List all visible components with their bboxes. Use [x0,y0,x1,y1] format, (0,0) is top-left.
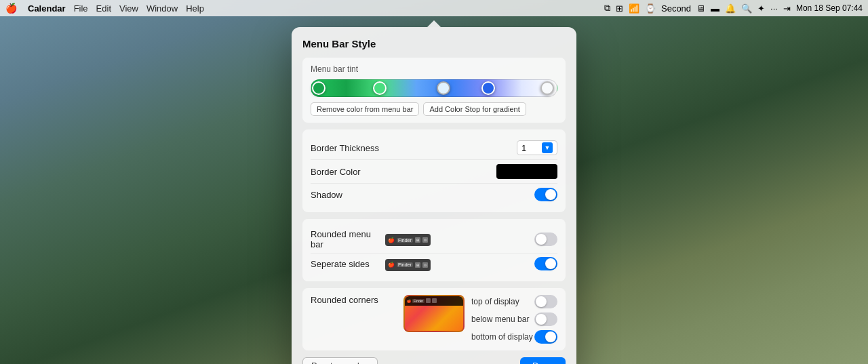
reset-menu-bar-button[interactable]: Reset menu bar [302,357,378,365]
color-stop-3[interactable] [437,81,450,95]
rounded-menubar-toggle-knob [536,234,547,245]
border-color-swatch[interactable] [496,164,557,179]
tint-section: Menu bar tint Remove color from menu bar… [302,58,566,123]
separate-sides-toggle-knob [545,258,556,269]
menubar-file[interactable]: File [74,3,88,14]
menubar-help[interactable]: Help [186,3,204,14]
done-button[interactable]: Done [520,357,566,364]
preview-apple-icon-2: 🍎 [388,262,395,268]
border-color-row: Border Color [311,160,557,184]
border-color-label: Border Color [311,167,496,177]
rounded-corners-section: Rounded corners 🍎 Finder top of display [302,288,566,350]
rounded-menubar-label: Rounded menu bar [311,229,385,249]
border-shadow-section: Border Thickness 1 ▼ Border Color Shadow [302,129,566,212]
bottom-of-display-label: bottom of display [471,332,534,342]
preview-finder-label-1: Finder [397,238,413,243]
dropbox-icon[interactable]: ✦ [757,3,765,14]
preview-apple-icon-1: 🍎 [388,237,395,243]
menubar-preview-2: 🍎 Finder ⊞ ⊙ [385,257,529,271]
top-of-display-label: top of display [471,297,534,306]
dialog-wrapper: Menu Bar Style Menu bar tint Remove colo… [292,20,576,364]
shadow-row: Shadow [311,184,557,205]
preview-icon-4: ⊙ [422,262,428,268]
display-preview: 🍎 Finder [403,295,465,332]
preview-bar-finder: Finder [412,299,425,303]
display-preview-bar: 🍎 Finder [405,296,463,306]
color-stop-2[interactable] [373,81,387,95]
border-thickness-label: Border Thickness [311,143,517,153]
grid-icon[interactable]: ⊞ [616,3,623,14]
border-thickness-value: 1 ▼ [517,140,557,155]
battery-icon[interactable]: ▬ [711,3,719,14]
airplay-icon[interactable]: ⧉ [604,3,610,14]
rounded-menubar-row: Rounded menu bar 🍎 Finder ⊞ ⊙ [311,226,557,254]
menubar-preview-1: 🍎 Finder ⊞ ⊙ [385,232,529,247]
menubar-window[interactable]: Window [146,3,178,14]
menubar-edit[interactable]: Edit [96,3,111,14]
below-menu-bar-knob [536,314,547,325]
below-menu-bar-toggle[interactable] [534,312,557,326]
apple-logo-icon[interactable]: 🍎 [5,3,17,14]
preview-icon-1: ⊞ [415,237,420,243]
preview-bar-icon1 [426,298,431,303]
preview-bar-apple: 🍎 [407,299,411,303]
top-of-display-knob [536,296,547,307]
shadow-label: Shadow [311,190,534,200]
border-thickness-row: Border Thickness 1 ▼ [311,136,557,160]
system-menubar: 🍎 Calendar File Edit View Window Help ⧉ … [0,0,868,16]
second-label: Second [661,3,691,14]
search-icon[interactable]: 🔍 [741,3,752,14]
notification-icon[interactable]: 🔔 [725,3,736,14]
gradient-bar-container [311,79,557,97]
bottom-of-display-toggle[interactable] [534,330,557,344]
menubar-app-name[interactable]: Calendar [28,3,66,14]
dialog-title: Menu Bar Style [302,38,566,49]
menubar-preview-box-2: 🍎 Finder ⊞ ⊙ [385,259,431,271]
dialog-notch [427,20,441,27]
clock: Mon 18 Sep 07:44 [796,3,863,13]
border-color-value [496,164,557,179]
top-of-display-toggle[interactable] [534,295,557,308]
separate-sides-row: Seperate sides 🍎 Finder ⊞ ⊙ [311,254,557,275]
controlcenter-icon[interactable]: ⇥ [783,3,791,14]
color-stop-5[interactable] [540,81,554,95]
rounded-menubar-section: Rounded menu bar 🍎 Finder ⊞ ⊙ Seperate s… [302,219,566,281]
bottom-of-display-knob [545,331,556,342]
menu-bar-style-dialog: Menu Bar Style Menu bar tint Remove colo… [292,27,576,364]
color-stop-1[interactable] [312,81,326,95]
top-of-display-row: top of display [471,295,557,308]
monitor-icon[interactable]: 🖥 [696,3,705,14]
tint-label: Menu bar tint [311,64,557,74]
wifi-icon[interactable]: 📶 [629,3,639,14]
border-thickness-number: 1 [521,143,526,153]
dialog-footer: Reset menu bar Done [302,357,566,365]
rounded-menubar-toggle[interactable] [534,232,557,246]
color-stop-4[interactable] [481,81,495,95]
preview-finder-label-2: Finder [397,262,413,267]
gradient-buttons: Remove color from menu bar Add Color Sto… [311,102,557,116]
preview-bar-icon2 [432,298,437,303]
menubar-view[interactable]: View [119,3,138,14]
below-menu-bar-label: below menu bar [471,315,534,324]
bottom-of-display-row: bottom of display [471,330,557,344]
shadow-toggle-knob [545,189,556,200]
preview-icon-2: ⊙ [422,237,428,243]
below-menu-bar-row: below menu bar [471,312,557,326]
gradient-bar[interactable] [311,79,557,97]
rounded-corners-label: Rounded corners [311,295,397,305]
more-icon[interactable]: ··· [770,3,778,14]
watch-icon[interactable]: ⌚ [645,3,656,14]
border-thickness-dropdown[interactable]: 1 ▼ [517,140,557,155]
shadow-toggle-container [534,188,557,201]
add-color-stop-button[interactable]: Add Color Stop for gradient [423,102,526,116]
separate-sides-label: Seperate sides [311,259,385,269]
remove-color-button[interactable]: Remove color from menu bar [311,102,419,116]
dropdown-arrow-icon: ▼ [542,142,553,153]
shadow-toggle[interactable] [534,188,557,201]
menubar-preview-box-1: 🍎 Finder ⊞ ⊙ [385,234,431,246]
corners-options: top of display below menu bar [471,295,557,344]
separate-sides-toggle[interactable] [534,257,557,270]
rounded-corners-inner: Rounded corners 🍎 Finder top of display [311,295,557,344]
preview-icon-3: ⊞ [415,262,420,268]
